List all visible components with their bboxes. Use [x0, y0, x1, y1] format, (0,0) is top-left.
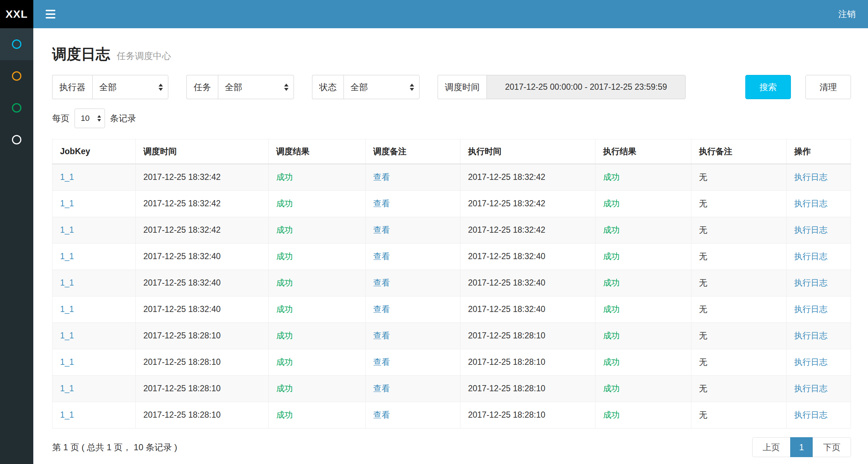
trigger-msg-link[interactable]: 查看 — [373, 384, 390, 393]
handle-result: 成功 — [603, 304, 620, 314]
table-cell: 1_1 — [52, 270, 136, 296]
exec-log-link[interactable]: 执行日志 — [794, 252, 827, 261]
jobkey-link[interactable]: 1_1 — [60, 331, 74, 340]
table-cell: 无 — [691, 296, 787, 323]
jobkey-link[interactable]: 1_1 — [60, 199, 74, 208]
trigger-msg-link[interactable]: 查看 — [373, 304, 390, 314]
circle-icon — [12, 39, 21, 49]
sidebar-toggle-button[interactable] — [44, 7, 57, 21]
top-navbar: XXL 注销 — [0, 0, 868, 28]
trigger-result: 成功 — [276, 304, 293, 314]
table-cell: 2017-12-25 18:28:10 — [460, 402, 595, 429]
jobkey-link[interactable]: 1_1 — [60, 278, 74, 287]
table-cell: 1_1 — [52, 376, 136, 402]
page-size-value: 10 — [81, 114, 89, 123]
current-page-button[interactable]: 1 — [790, 437, 813, 457]
table-cell: 执行日志 — [787, 402, 851, 429]
trigger-msg-link[interactable]: 查看 — [373, 199, 390, 208]
jobkey-link[interactable]: 1_1 — [60, 410, 74, 419]
table-row: 1_12017-12-25 18:32:40成功查看2017-12-25 18:… — [52, 270, 851, 296]
executor-select[interactable]: 全部 — [92, 75, 168, 99]
trigger-msg-link[interactable]: 查看 — [373, 278, 390, 287]
handle-result: 成功 — [603, 252, 620, 261]
exec-log-link[interactable]: 执行日志 — [794, 225, 827, 235]
table-cell: 2017-12-25 18:32:40 — [460, 270, 595, 296]
prev-page-button[interactable]: 上页 — [752, 437, 791, 457]
exec-log-link[interactable]: 执行日志 — [794, 199, 827, 208]
table-cell: 1_1 — [52, 191, 136, 217]
sidebar-item-1[interactable] — [0, 28, 33, 60]
exec-log-link[interactable]: 执行日志 — [794, 172, 827, 182]
trigger-msg-link[interactable]: 查看 — [373, 252, 390, 261]
exec-log-link[interactable]: 执行日志 — [794, 304, 827, 314]
jobkey-link[interactable]: 1_1 — [60, 357, 74, 367]
select-arrows-icon — [410, 84, 414, 91]
trigger-result: 成功 — [276, 357, 293, 367]
trigger-msg-link[interactable]: 查看 — [373, 357, 390, 367]
exec-log-link[interactable]: 执行日志 — [794, 331, 827, 340]
job-select[interactable]: 全部 — [218, 75, 294, 99]
table-cell: 执行日志 — [787, 217, 851, 244]
navbar-main: 注销 — [33, 0, 868, 28]
table-cell: 1_1 — [52, 244, 136, 270]
jobkey-link[interactable]: 1_1 — [60, 252, 74, 261]
trigger-msg-link[interactable]: 查看 — [373, 410, 390, 419]
jobkey-link[interactable]: 1_1 — [60, 384, 74, 393]
table-cell: 成功 — [269, 270, 366, 296]
table-cell: 成功 — [595, 376, 691, 402]
jobkey-link[interactable]: 1_1 — [60, 225, 74, 235]
status-select-value: 全部 — [350, 81, 368, 93]
exec-log-link[interactable]: 执行日志 — [794, 384, 827, 393]
table-cell: 查看 — [366, 217, 460, 244]
trigger-msg-link[interactable]: 查看 — [373, 331, 390, 340]
sidebar-item-2[interactable] — [0, 60, 33, 92]
handle-time: 2017-12-25 18:32:42 — [468, 199, 545, 208]
trigger-msg-link[interactable]: 查看 — [373, 172, 390, 182]
main-content: 调度日志 任务调度中心 执行器 全部 任务 全部 状态 全部 调度 — [33, 28, 868, 464]
sidebar-item-4[interactable] — [0, 124, 33, 156]
table-cell: 2017-12-25 18:32:42 — [460, 217, 595, 244]
jobkey-link[interactable]: 1_1 — [60, 172, 74, 182]
table-cell: 成功 — [269, 376, 366, 402]
table-cell: 1_1 — [52, 296, 136, 323]
column-header: 执行结果 — [595, 139, 691, 164]
handle-time: 2017-12-25 18:28:10 — [468, 384, 545, 393]
handle-result: 成功 — [603, 357, 620, 367]
job-filter-label: 任务 — [186, 75, 218, 99]
app-logo[interactable]: XXL — [0, 0, 33, 28]
table-cell: 无 — [691, 191, 787, 217]
trigger-result: 成功 — [276, 278, 293, 287]
trigger-msg-link[interactable]: 查看 — [373, 225, 390, 235]
trigger-result: 成功 — [276, 199, 293, 208]
handle-result: 成功 — [603, 199, 620, 208]
clear-button[interactable]: 清理 — [805, 75, 851, 99]
table-cell: 执行日志 — [787, 296, 851, 323]
next-page-button[interactable]: 下页 — [813, 437, 851, 457]
exec-log-link[interactable]: 执行日志 — [794, 410, 827, 419]
handle-result: 成功 — [603, 172, 620, 182]
job-select-value: 全部 — [225, 81, 242, 93]
page-size-select[interactable]: 10 — [75, 109, 105, 128]
table-cell: 无 — [691, 164, 787, 191]
hamburger-icon — [46, 10, 55, 11]
table-cell: 成功 — [595, 402, 691, 429]
trigger-time: 2017-12-25 18:32:42 — [143, 172, 221, 182]
circle-icon — [12, 103, 21, 113]
logout-link[interactable]: 注销 — [838, 8, 856, 20]
column-header: JobKey — [52, 139, 136, 164]
log-table-body: 1_12017-12-25 18:32:42成功查看2017-12-25 18:… — [52, 164, 851, 429]
table-cell: 查看 — [366, 244, 460, 270]
table-cell: 成功 — [269, 296, 366, 323]
exec-log-link[interactable]: 执行日志 — [794, 278, 827, 287]
handle-time: 2017-12-25 18:32:42 — [468, 225, 545, 235]
exec-log-link[interactable]: 执行日志 — [794, 357, 827, 367]
sidebar-item-3[interactable] — [0, 92, 33, 124]
status-select[interactable]: 全部 — [344, 75, 420, 99]
table-cell: 成功 — [595, 349, 691, 376]
trigger-time-range-input[interactable]: 2017-12-25 00:00:00 - 2017-12-25 23:59:5… — [486, 75, 686, 99]
column-header: 执行时间 — [460, 139, 595, 164]
search-button[interactable]: 搜索 — [745, 75, 791, 99]
column-header: 调度备注 — [366, 139, 460, 164]
jobkey-link[interactable]: 1_1 — [60, 304, 74, 314]
trigger-result: 成功 — [276, 384, 293, 393]
